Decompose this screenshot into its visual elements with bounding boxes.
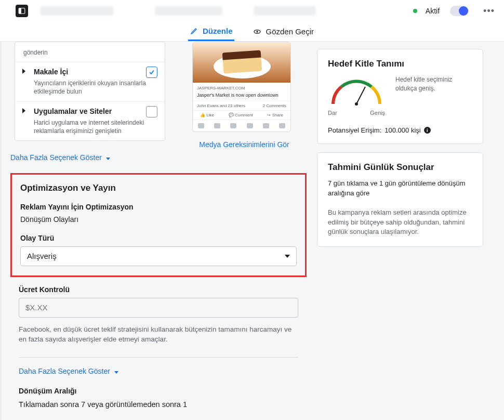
placement-desc: Harici uygulama ve internet sitelerindek… xyxy=(34,119,156,135)
cost-control-label: Ücret Kontrolü xyxy=(19,285,298,294)
placement-desc: Yayıncıların içeriklerini okuyan insanla… xyxy=(34,79,156,96)
check-icon xyxy=(148,69,155,76)
info-icon[interactable]: i xyxy=(424,127,431,134)
potential-reach-label: Potansiyel Erişim: xyxy=(328,126,381,134)
results-card-subtitle: 7 gün tıklama ve 1 gün görüntüleme dönüş… xyxy=(328,179,472,199)
more-menu-button[interactable]: ••• xyxy=(479,4,499,19)
conversion-window-value: Tıklamadan sonra 7 veya görüntülemeden s… xyxy=(19,400,298,409)
gauge-broad-label: Geniş xyxy=(370,110,385,116)
placement-title: Uygulamalar ve Siteler xyxy=(34,107,156,115)
ad-preview-iconrow xyxy=(193,120,290,132)
cost-control-help-text: Facebook, en düşük ücret teklif strateji… xyxy=(19,325,298,345)
editor-tabs: Düzenle Gözden Geçir xyxy=(0,22,504,42)
event-type-label: Olay Türü xyxy=(20,234,297,242)
audience-gauge-desc: Hedef kitle seçiminiz oldukça geniş. xyxy=(395,75,472,93)
share-action[interactable]: ↪ Share xyxy=(267,113,283,117)
audience-card-title: Hedef Kitle Tanımı xyxy=(328,59,472,69)
event-type-select[interactable]: Alışveriş xyxy=(20,246,297,266)
conversion-window-label: Dönüşüm Aralığı xyxy=(19,387,298,395)
results-card-title: Tahmini Günlük Sonuçlar xyxy=(328,162,472,173)
cost-control-section: Ücret Kontrolü Facebook, en düşük ücret … xyxy=(10,277,307,409)
results-card-body: Bu kampanya reklam setleri arasında opti… xyxy=(328,208,472,238)
status-dot-active-icon xyxy=(413,9,417,13)
chevron-down-icon xyxy=(106,158,110,160)
reactions-text: John Evans and 23 others xyxy=(197,103,245,108)
status-label: Aktif xyxy=(426,7,440,15)
ad-preview-card: JASPERS-MARKET.COM Jasper's Market is no… xyxy=(192,42,291,132)
tab-edit[interactable]: Düzenle xyxy=(188,22,235,41)
event-type-selected-value: Alışveriş xyxy=(27,252,57,260)
svg-point-3 xyxy=(257,31,258,32)
optimization-for-delivery-value: Dönüşüm Olayları xyxy=(20,215,297,224)
sidebar-toggle-button[interactable] xyxy=(16,5,28,17)
placement-row-apps-sites[interactable]: Uygulamalar ve Siteler Harici uygulama v… xyxy=(15,101,165,140)
pencil-icon xyxy=(190,27,198,35)
potential-reach-value: 100.000 kişi xyxy=(384,126,420,134)
show-more-options-label-2: Daha Fazla Seçenek Göster xyxy=(19,367,110,375)
potential-reach-row: Potansiyel Erişim: 100.000 kişi i xyxy=(328,126,472,134)
placement-row-in-article[interactable]: Makale İçi Yayıncıların içeriklerini oku… xyxy=(15,62,165,101)
placement-title: Makale İçi xyxy=(34,68,156,76)
placement-desc: gönderin xyxy=(23,48,156,57)
estimated-daily-results-card: Tahmini Günlük Sonuçlar 7 gün tıklama ve… xyxy=(317,152,483,247)
svg-rect-1 xyxy=(19,8,21,14)
show-more-options-link[interactable]: Daha Fazla Seçenek Göster xyxy=(10,153,307,162)
placements-list: gönderin Makale İçi Yayıncıların içerikl… xyxy=(15,42,165,141)
show-more-options-link-2[interactable]: Daha Fazla Seçenek Göster xyxy=(19,367,298,375)
breadcrumb-blur-1 xyxy=(41,6,113,16)
svg-point-5 xyxy=(355,102,358,106)
cost-control-input[interactable] xyxy=(19,298,298,318)
gauge-icon xyxy=(328,75,385,107)
top-header: Aktif ••• xyxy=(0,0,504,22)
tab-review-label: Gözden Geçir xyxy=(266,27,314,36)
breadcrumb-blur-3 xyxy=(254,6,316,16)
show-more-options-label: Daha Fazla Seçenek Göster xyxy=(10,153,102,162)
ad-preview-image xyxy=(193,42,290,83)
breadcrumb-blur-2 xyxy=(155,6,222,16)
ad-preview-domain: JASPERS-MARKET.COM xyxy=(193,83,290,93)
toggle-knob xyxy=(459,6,468,16)
like-action[interactable]: 👍 Like xyxy=(200,113,214,117)
svg-line-4 xyxy=(356,87,365,104)
optimization-for-delivery-label: Reklam Yayını İçin Optimizasyon xyxy=(20,203,297,211)
chevron-down-icon xyxy=(285,255,290,258)
ad-preview-actions: 👍 Like 💬 Comment ↪ Share xyxy=(193,110,290,120)
optimization-section-title: Optimizasyon ve Yayın xyxy=(20,183,297,193)
panel-icon xyxy=(18,7,25,15)
tab-review[interactable]: Gözden Geçir xyxy=(251,23,316,40)
audience-definition-card: Hedef Kitle Tanımı Dar xyxy=(317,49,483,144)
placement-checkbox-checked[interactable] xyxy=(146,67,157,78)
caret-right-icon xyxy=(22,108,25,113)
optimization-section-highlighted: Optimizasyon ve Yayın Reklam Yayını İçin… xyxy=(10,173,307,277)
chevron-down-icon xyxy=(114,371,118,374)
active-toggle[interactable] xyxy=(450,6,469,16)
ad-preview-wrap: JASPERS-MARKET.COM Jasper's Market is no… xyxy=(192,42,296,149)
ad-preview-reactions: John Evans and 23 others 2 Comments xyxy=(193,101,290,110)
eye-icon xyxy=(253,28,261,36)
ad-preview-headline: Jasper's Market is now open downtown xyxy=(193,93,290,101)
comments-count: 2 Comments xyxy=(263,103,286,108)
media-requirements-link[interactable]: Medya Gereksinimlerini Gör xyxy=(192,140,296,149)
placement-row[interactable]: gönderin xyxy=(15,42,165,62)
divider xyxy=(19,357,298,358)
caret-right-icon xyxy=(22,69,25,74)
audience-gauge xyxy=(328,75,385,109)
comment-action[interactable]: 💬 Comment xyxy=(229,113,253,117)
placement-checkbox-empty[interactable] xyxy=(146,106,157,117)
tab-edit-label: Düzenle xyxy=(203,27,233,35)
gauge-narrow-label: Dar xyxy=(328,110,337,116)
